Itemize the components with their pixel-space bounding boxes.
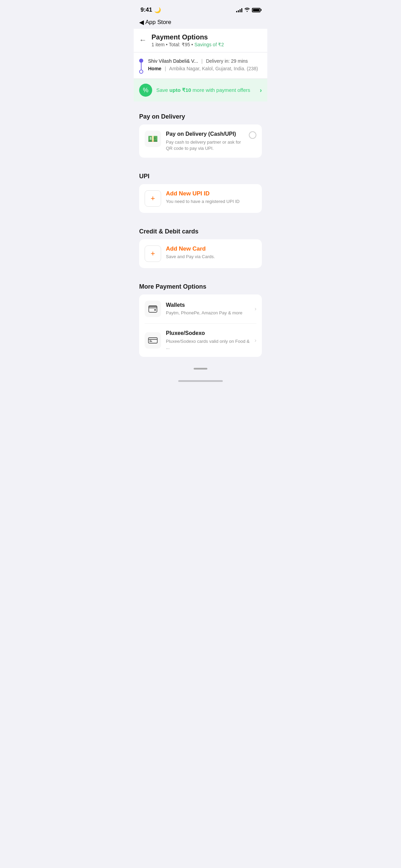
header-text-block: Payment Options 1 item • Total: ₹95 • Sa… — [151, 33, 224, 47]
more-options-title: More Payment Options — [139, 283, 262, 290]
offer-chevron-icon: › — [260, 87, 262, 94]
header-subtitle: 1 item • Total: ₹95 • Savings of ₹2 — [151, 42, 224, 47]
cards-title: Credit & Debit cards — [139, 228, 262, 235]
pay-on-delivery-radio[interactable] — [249, 131, 256, 139]
pluxee-desc: Pluxee/Sodexo cards valid only on Food &… — [166, 338, 250, 351]
pay-on-delivery-section: Pay on Delivery 💵 Pay on Delivery (Cash/… — [134, 107, 267, 164]
app-store-label: App Store — [145, 19, 171, 26]
wifi-icon — [244, 7, 250, 13]
wallets-icon — [145, 301, 161, 317]
address-row: Home | Ambika Nagar, Kalol, Gujarat, Ind… — [148, 65, 258, 72]
page-title: Payment Options — [151, 33, 224, 41]
destination-dot — [139, 70, 143, 74]
add-upi-card[interactable]: + Add New UPI ID You need to have a regi… — [139, 184, 262, 213]
upi-title: UPI — [139, 173, 262, 180]
more-options-card-wrapper: Wallets Paytm, PhonePe, Amazon Pay & mor… — [139, 294, 262, 357]
delivery-address: Ambika Nagar, Kalol, Gujarat, India. (23… — [169, 66, 258, 71]
add-upi-icon: + — [145, 190, 161, 207]
signal-icon — [236, 8, 242, 12]
wallets-row[interactable]: Wallets Paytm, PhonePe, Amazon Pay & mor… — [139, 294, 262, 323]
home-indicator — [178, 380, 223, 382]
pay-on-delivery-card-title: Pay on Delivery (Cash/UPI) — [166, 131, 244, 138]
origin-dot — [139, 59, 143, 63]
add-card-card[interactable]: + Add New Card Save and Pay via Cards. — [139, 239, 262, 268]
savings-text: Savings of ₹2 — [194, 42, 224, 47]
add-upi-desc: You need to have a registered UPI ID — [166, 198, 256, 205]
pluxee-title: Pluxee/Sodexo — [166, 330, 250, 337]
svg-rect-1 — [154, 309, 156, 311]
status-time: 9:41 🌙 — [141, 7, 161, 13]
pay-on-delivery-card-desc: Pay cash to delivery partner or ask for … — [166, 139, 244, 152]
offer-percent-icon: % — [139, 84, 152, 97]
offer-text: Save upto ₹10 more with payment offers — [156, 87, 250, 93]
cash-icon: 💵 — [145, 131, 161, 147]
pay-on-delivery-content: Pay on Delivery (Cash/UPI) Pay cash to d… — [166, 131, 244, 152]
more-options-section: More Payment Options Wallets Paytm, Phon… — [134, 277, 267, 363]
add-upi-title: Add New UPI ID — [166, 190, 256, 197]
offer-banner[interactable]: % Save upto ₹10 more with payment offers… — [134, 79, 267, 101]
pluxee-chevron-icon: › — [255, 337, 256, 343]
back-button[interactable]: ← — [139, 36, 147, 45]
order-summary: 1 item • Total: ₹95 • — [151, 42, 193, 47]
restaurant-row: Shiv Vilash Dabeli& V... | Delivery in: … — [148, 57, 258, 65]
add-card-content: Add New Card Save and Pay via Cards. — [166, 245, 256, 260]
delivery-details: Shiv Vilash Dabeli& V... | Delivery in: … — [148, 57, 258, 73]
add-card-title: Add New Card — [166, 245, 256, 252]
pay-on-delivery-card[interactable]: 💵 Pay on Delivery (Cash/UPI) Pay cash to… — [139, 124, 262, 158]
delivery-route-icon — [139, 57, 143, 74]
wallets-content: Wallets Paytm, PhonePe, Amazon Pay & mor… — [166, 302, 250, 316]
wallets-desc: Paytm, PhonePe, Amazon Pay & more — [166, 310, 250, 316]
delivery-info: Shiv Vilash Dabeli& V... | Delivery in: … — [134, 52, 267, 79]
wallets-title: Wallets — [166, 302, 250, 309]
pluxee-icon — [145, 332, 161, 349]
home-label: Home — [148, 66, 161, 71]
add-upi-content: Add New UPI ID You need to have a regist… — [166, 190, 256, 205]
time-label: 9:41 — [141, 7, 152, 13]
add-card-desc: Save and Pay via Cards. — [166, 254, 256, 260]
pluxee-row[interactable]: Pluxee/Sodexo Pluxee/Sodexo cards valid … — [139, 324, 262, 357]
pay-on-delivery-title: Pay on Delivery — [139, 113, 262, 120]
offer-left: % Save upto ₹10 more with payment offers — [139, 84, 250, 97]
status-bar: 9:41 🌙 — [134, 0, 267, 17]
app-store-nav[interactable]: ◀ App Store — [134, 17, 267, 29]
home-bar — [134, 373, 267, 385]
page-header: ← Payment Options 1 item • Total: ₹95 • … — [134, 29, 267, 52]
cards-section: Credit & Debit cards + Add New Card Save… — [134, 222, 267, 274]
wallets-chevron-icon: › — [255, 306, 256, 312]
restaurant-name: Shiv Vilash Dabeli& V... — [148, 58, 198, 64]
delivery-time: Delivery in: 29 mins — [206, 58, 248, 64]
back-appstore-arrow: ◀ — [139, 19, 144, 26]
scroll-indicator — [194, 368, 207, 370]
status-icons — [236, 7, 260, 13]
pluxee-content: Pluxee/Sodexo Pluxee/Sodexo cards valid … — [166, 330, 250, 351]
moon-icon: 🌙 — [154, 7, 161, 13]
add-card-icon: + — [145, 245, 161, 262]
upi-section: UPI + Add New UPI ID You need to have a … — [134, 167, 267, 219]
route-line — [141, 63, 142, 70]
battery-icon — [252, 8, 260, 12]
